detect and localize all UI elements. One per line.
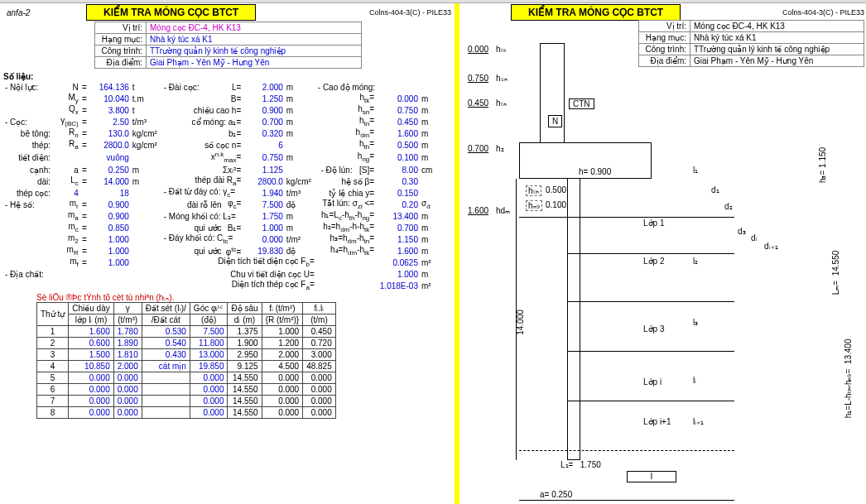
hth-val: 0.500 xyxy=(376,139,420,151)
table-row: 80.0000.0000.00014.5500.0000.000 xyxy=(37,407,336,419)
N-lbl: N xyxy=(52,81,80,93)
Lm-dim: Lₘ= 14.550 xyxy=(832,251,841,295)
htn-val: 0.450 xyxy=(376,116,420,127)
title-left: KIỂM TRA MÓNG CỌC BTCT xyxy=(86,4,256,21)
param-grid: - Nội lực: N = 164.136 t - Đài cọc: L= 2… xyxy=(3,81,451,291)
so-lieu-lbl: Số liệu: xyxy=(3,72,451,81)
table-row: 60.0000.0000.00014.5500.0000.000 xyxy=(37,384,336,396)
mR-val: 1.000 xyxy=(89,245,131,257)
S-val: 8.00 xyxy=(376,164,420,175)
Rn-val: 130.0 xyxy=(89,127,131,139)
L-val: 2.000 xyxy=(243,81,285,93)
hangmuc-val: Nhà ký túc xá K1 xyxy=(147,34,362,46)
h2-val: 0.700 xyxy=(376,222,420,233)
noiluc-lbl: - Nội lực: xyxy=(3,81,52,93)
mf-val: 1.000 xyxy=(89,257,131,268)
ma-val: 0.900 xyxy=(89,210,131,222)
ctn-box: CTN xyxy=(569,98,594,109)
thepcoc-d: 18 xyxy=(89,187,131,199)
table-row: 20.6001.8900.54011.8001.9001.2000.720 xyxy=(37,338,336,349)
soil-table: Thứ tự Chiều dày γ Đất sét (Iₗ)/ Góc φᵢᵗ… xyxy=(36,302,336,419)
table-row: 70.0000.0000.00014.5500.0000.000 xyxy=(37,396,336,407)
title-right: KIỂM TRA MÓNG CỌC BTCT xyxy=(511,4,681,21)
vitri-lbl: Vị trí: xyxy=(95,22,147,34)
vitri-val: Móng cọc ĐC-4, HK K13 xyxy=(147,22,362,34)
N-unit: t xyxy=(131,81,162,93)
caodo-lbl: - Cao độ móng: xyxy=(316,81,451,93)
congtrinh-val: TTrường quản lý kinh tế công nghiệp xyxy=(147,46,362,57)
gc-val: 1.940 xyxy=(243,187,285,199)
left-panel: anfa-2 KIỂM TRA MÓNG CỌC BTCT Colns-404-… xyxy=(0,3,459,504)
pile-shaft xyxy=(567,179,580,460)
daicoc-lbl: - Đài cọc: xyxy=(162,81,224,93)
n-val: 6 xyxy=(243,139,285,151)
column-top xyxy=(540,43,565,142)
ref-left: Colns-404-3(C) - PILE33 xyxy=(369,8,451,17)
phitc-val: 19.830 xyxy=(243,245,285,257)
U-val: 1.000 xyxy=(376,268,420,280)
h4-val: 1.600 xyxy=(376,245,420,257)
thepdai-val: 2800.0 xyxy=(243,175,285,187)
beta-val: 0.30 xyxy=(376,175,420,187)
mc-val: 0.850 xyxy=(89,222,131,233)
N-val: 164.136 xyxy=(89,81,131,93)
anfa-label: anfa-2 xyxy=(3,8,86,17)
diadiem-lbl: Địa điểm: xyxy=(95,57,147,69)
red-note: Sè liÖu ®Þc tÝnh tõ cèt tù nhiªn (hₜₙ). xyxy=(36,293,451,302)
L-unit: m xyxy=(285,81,316,93)
hangmuc-lbl: Hạng mục: xyxy=(95,34,147,46)
phic-val: 7.500 xyxy=(243,199,285,210)
tietdien-val: vuông xyxy=(89,151,131,164)
table-row: 11.6001.7800.5307.5001.3751.0000.450 xyxy=(37,326,336,338)
My-val: 10.040 xyxy=(89,93,131,104)
gbc-val: 2.50 xyxy=(89,116,131,127)
table-row: 410.8502.000cát mịn19.8509.1254.50048.82… xyxy=(37,361,336,372)
L-lbl: L= xyxy=(224,81,243,93)
L14-dim: 14.000 xyxy=(516,310,525,335)
diadiem-val: Giai Phạm - Yên Mỹ - Hưng Yên xyxy=(147,57,362,69)
h1-dim: h₁=L-hₜₕ-hₙ₉= 13.400 xyxy=(844,339,854,419)
table-row: 50.0000.0000.00014.5500.0000.000 xyxy=(37,372,336,384)
a1-val: 0.700 xyxy=(243,116,285,127)
xnk-val: 0.750 xyxy=(243,151,285,164)
Fa-val: 1.018E-03 xyxy=(376,280,420,291)
h-val: 0.900 xyxy=(243,104,285,116)
diagram: 0.000 hₜₖ 0.750 hₛₙ 0.450 hₜₙ 0.700 h₂ 1… xyxy=(461,20,850,500)
congtrinh-lbl: Công trình: xyxy=(95,46,147,57)
hdm-val: 1.600 xyxy=(376,127,420,139)
Fb-val: 0.0625 xyxy=(376,257,420,268)
L1-val: 1.750 xyxy=(243,210,285,222)
h3-val: 1.150 xyxy=(376,233,420,245)
I-box: I xyxy=(627,471,676,482)
info-table-left: Vị trí:Móng cọc ĐC-4, HK K13 Hạng mục:Nh… xyxy=(94,22,362,69)
Ra-val: 2800.0 xyxy=(89,139,131,151)
y-val: 0.150 xyxy=(376,187,420,199)
m2-val: 1.000 xyxy=(89,233,131,245)
han-val: 0.750 xyxy=(376,104,420,116)
h3-dim: h₃= 1.150 xyxy=(818,147,827,183)
right-panel: KIỂM TRA MÓNG CỌC BTCT Colns-404-3(C) - … xyxy=(459,3,866,504)
Qx-val: 3.800 xyxy=(89,104,131,116)
B-val: 1.250 xyxy=(243,93,285,104)
htk-val: 0.000 xyxy=(376,93,420,104)
a-val: 0.250 xyxy=(89,164,131,175)
mr-val: 0.900 xyxy=(89,199,131,210)
b1-val: 0.320 xyxy=(243,127,285,139)
table-row: 31.5001.8100.43013.0002.9502.0003.000 xyxy=(37,349,336,361)
sigzi-val: 0.20 xyxy=(376,199,420,210)
h1-val: 13.400 xyxy=(376,210,420,222)
Bq-val: 1.000 xyxy=(243,222,285,233)
Lc-val: 14.000 xyxy=(89,175,131,187)
hng-val: 0.100 xyxy=(376,151,420,164)
sigx-val: 1.125 xyxy=(243,164,285,175)
ref-right: Colns-404-3(C) - PILE33 xyxy=(782,8,864,17)
Ctc-val: 0.000 xyxy=(243,233,285,245)
thepcoc-n: 4 xyxy=(52,187,80,199)
